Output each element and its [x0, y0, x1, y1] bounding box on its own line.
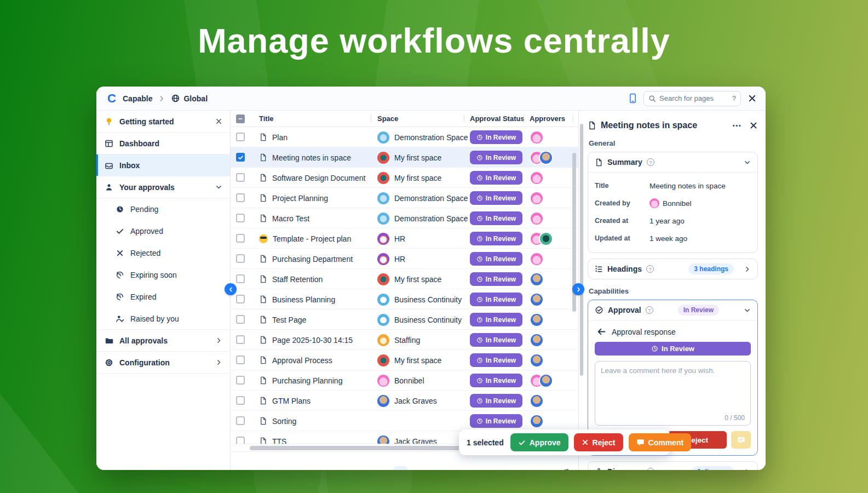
- dismiss-icon[interactable]: [215, 118, 222, 125]
- expand-panel-button[interactable]: [572, 283, 584, 295]
- row-checkbox[interactable]: [236, 153, 245, 162]
- row-checkbox[interactable]: [236, 356, 245, 364]
- diagrams-card: Diagrams 1 diagram: [588, 461, 758, 470]
- x-icon: [115, 249, 125, 257]
- page-2-button[interactable]: 2: [415, 466, 429, 471]
- sidebar-item-raised-by-you[interactable]: Raised by you: [96, 308, 230, 330]
- table-row[interactable]: Software Design DocumentMy first spaceIn…: [231, 168, 578, 188]
- table-row[interactable]: Macro TestDemonstration SpaceIn Review: [231, 208, 578, 228]
- panel-scrollbar[interactable]: [580, 124, 583, 376]
- sidebar-item-dashboard[interactable]: Dashboard: [96, 133, 230, 154]
- row-checkbox[interactable]: [236, 396, 245, 405]
- sidebar-item-expired[interactable]: Expired: [96, 286, 230, 308]
- table-row[interactable]: Project PlanningDemonstration SpaceIn Re…: [231, 188, 578, 208]
- search-box[interactable]: ?: [643, 91, 741, 106]
- page-title[interactable]: Purchasing Department: [272, 255, 353, 263]
- search-help-icon[interactable]: ?: [732, 94, 736, 102]
- breadcrumb[interactable]: Global: [183, 94, 208, 103]
- table-row[interactable]: Page 2025-10-30 14:15StaffingIn Review: [231, 330, 578, 350]
- page-title[interactable]: Template - Project plan: [273, 234, 351, 243]
- row-checkbox[interactable]: [236, 274, 245, 283]
- approver-avatar-bonnibel: [530, 211, 544, 226]
- row-checkbox[interactable]: [236, 214, 245, 222]
- page-title[interactable]: Business Planning: [272, 295, 335, 304]
- page-title[interactable]: Purchasing Planning: [272, 376, 342, 385]
- row-checkbox[interactable]: [236, 193, 245, 202]
- row-checkbox[interactable]: [236, 133, 245, 141]
- back-arrow-icon[interactable]: [597, 327, 606, 336]
- table-row[interactable]: Business PlanningBusiness ContinuityIn R…: [231, 289, 578, 309]
- row-checkbox[interactable]: [236, 173, 245, 182]
- page-icon: [259, 255, 267, 263]
- mobile-icon[interactable]: [629, 93, 637, 104]
- table-row[interactable]: Staff RetentionMy first spaceIn Review: [231, 269, 578, 289]
- page-1-button[interactable]: 1: [393, 466, 407, 471]
- page-title[interactable]: Plan: [272, 133, 288, 142]
- search-icon: [648, 95, 656, 102]
- sidebar-item-approved[interactable]: Approved: [96, 220, 230, 242]
- sidebar-item-inbox[interactable]: Inbox: [96, 154, 230, 176]
- row-checkbox[interactable]: [236, 315, 245, 324]
- globe-icon: [171, 94, 180, 103]
- sidebar-item-rejected[interactable]: Rejected: [96, 242, 230, 264]
- table-row[interactable]: Purchasing PlanningBonnibelIn Review: [231, 370, 578, 391]
- more-options-icon[interactable]: ⋯: [732, 121, 741, 131]
- page-title[interactable]: Macro Test: [272, 214, 309, 223]
- table-row[interactable]: Approval ProcessMy first spaceIn Review: [231, 350, 578, 370]
- sidebar-item-your-approvals[interactable]: Your approvals: [96, 176, 230, 198]
- page-icon: [259, 275, 267, 283]
- row-checkbox[interactable]: [236, 295, 245, 303]
- page-title[interactable]: Project Planning: [272, 194, 328, 203]
- page-title[interactable]: GTM Plans: [272, 397, 311, 405]
- page-title[interactable]: Page 2025-10-30 14:15: [272, 336, 353, 345]
- page-title[interactable]: Test Page: [272, 316, 306, 324]
- refresh-icon[interactable]: [561, 468, 571, 470]
- table-row[interactable]: Test PageBusiness ContinuityIn Review: [231, 309, 578, 330]
- sidebar-item-all-approvals[interactable]: All approvals: [96, 330, 230, 352]
- table-row[interactable]: Purchasing DepartmentHRIn Review: [231, 249, 578, 269]
- select-all-checkbox[interactable]: [236, 114, 245, 123]
- comment-button[interactable]: Comment: [629, 433, 692, 451]
- window-close-icon[interactable]: [748, 94, 757, 103]
- row-checkbox[interactable]: [236, 335, 245, 344]
- sidebar-item-label: Getting started: [119, 117, 174, 126]
- sidebar-item-pending[interactable]: Pending: [96, 198, 230, 220]
- page-title[interactable]: Approval Process: [272, 356, 332, 365]
- search-input[interactable]: [659, 94, 729, 102]
- row-checkbox[interactable]: [236, 416, 245, 425]
- section-general: General: [589, 139, 758, 147]
- sidebar-item-expiring-soon[interactable]: Expiring soon: [96, 264, 230, 286]
- character-counter: 0 / 500: [725, 414, 745, 422]
- page-title[interactable]: Sorting: [272, 417, 296, 426]
- app-name: Capable: [123, 94, 152, 103]
- table-row[interactable]: SortingIn Review: [231, 411, 578, 431]
- page-title[interactable]: Meeting notes in space: [272, 153, 351, 162]
- sidebar-item-getting-started[interactable]: Getting started: [96, 111, 230, 133]
- summary-card-header[interactable]: Summary: [588, 152, 757, 172]
- page-title[interactable]: Software Design Document: [272, 174, 365, 182]
- collapse-sidebar-button[interactable]: [225, 283, 237, 295]
- row-checkbox[interactable]: [236, 437, 245, 444]
- approval-comment-input[interactable]: [595, 362, 750, 410]
- headings-card-header[interactable]: Headings 3 headings: [588, 259, 757, 279]
- approval-card-header[interactable]: Approval In Review: [588, 300, 757, 320]
- panel-close-icon[interactable]: [749, 121, 758, 130]
- table-row[interactable]: Template - Project planHRIn Review: [231, 228, 578, 249]
- next-page-button[interactable]: Next: [437, 469, 462, 471]
- row-checkbox[interactable]: [236, 234, 245, 243]
- diagrams-card-header[interactable]: Diagrams 1 diagram: [588, 462, 757, 470]
- reject-button[interactable]: Reject: [574, 433, 623, 451]
- table-row[interactable]: PlanDemonstration SpaceIn Review: [231, 127, 578, 147]
- table-row[interactable]: GTM PlansJack GravesIn Review: [231, 391, 578, 411]
- previous-page-button[interactable]: Previous: [347, 469, 386, 471]
- table-row[interactable]: Meeting notes in spaceMy first spaceIn R…: [231, 147, 578, 168]
- row-checkbox[interactable]: [236, 254, 245, 263]
- row-checkbox[interactable]: [236, 376, 245, 385]
- page-icon: [259, 153, 267, 162]
- approvers-group: [530, 391, 544, 411]
- page-title[interactable]: Staff Retention: [272, 275, 323, 284]
- page-title[interactable]: TTS: [272, 437, 286, 444]
- approve-button[interactable]: Approve: [510, 433, 568, 451]
- sidebar-item-configuration[interactable]: Configuration: [96, 352, 230, 374]
- panel-comment-icon-button[interactable]: [731, 431, 751, 449]
